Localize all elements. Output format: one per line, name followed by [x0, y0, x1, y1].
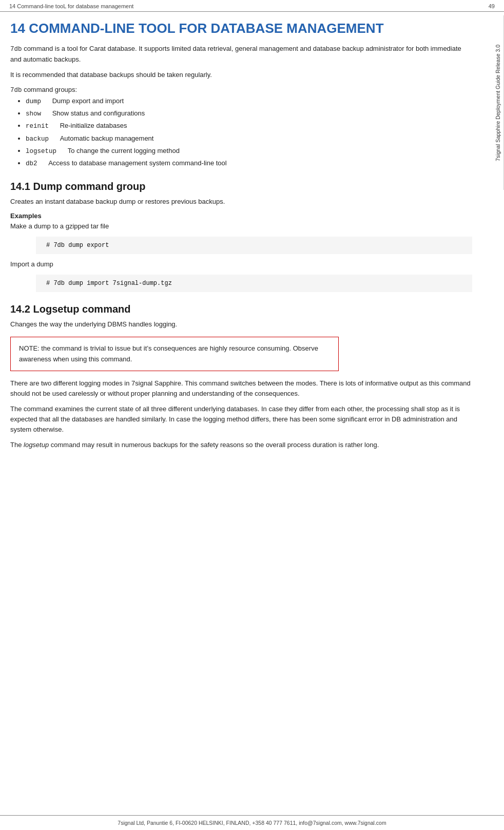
- list-item: reinit Re-initialize databases: [26, 121, 472, 131]
- logsetup-para3: The logsetup command may result in numer…: [10, 440, 472, 450]
- cmd-desc: To change the current logging method: [68, 147, 180, 155]
- list-item: dump Dump export and import: [26, 96, 472, 107]
- section-14-2-desc: Changes the way the underlying DBMS hand…: [10, 319, 472, 330]
- list-item: backup Automatic backup management: [26, 133, 472, 144]
- logsetup-para2: The command examines the current state o…: [10, 404, 472, 435]
- note-box: NOTE: the command is trivial to issue bu…: [10, 337, 339, 371]
- examples-label: Examples: [10, 212, 472, 220]
- list-item: db2 Access to database management system…: [26, 158, 472, 169]
- cmd-desc: Automatic backup management: [60, 134, 154, 142]
- cmd-desc: Access to database management system com…: [48, 159, 227, 167]
- cmd-code: db2: [26, 160, 37, 167]
- top-bar-left: 14 Command-line tooL for database manage…: [9, 3, 133, 9]
- logsetup-para1: There are two different logging modes in…: [10, 378, 472, 399]
- footer: 7signal Ltd, Panuntie 6, FI-00620 HELSIN…: [0, 815, 504, 830]
- cmd-code: dump: [26, 98, 41, 105]
- cmd-desc: Show status and configurations: [52, 109, 145, 117]
- section-14-1-desc: Creates an instant database backup dump …: [10, 197, 472, 207]
- cmd-list: dump Dump export and import show Show st…: [10, 96, 472, 169]
- page-wrapper: 14 Command-line tooL for database manage…: [0, 0, 504, 830]
- intro-para2: It is recommended that database backups …: [10, 70, 472, 80]
- intro-para1: 7db command is a tool for Carat database…: [10, 44, 472, 65]
- intro-code-7db: 7db: [10, 46, 22, 53]
- list-item: logsetup To change the current logging m…: [26, 146, 472, 157]
- cmd-code: backup: [26, 136, 49, 143]
- note-text: NOTE: the command is trivial to issue bu…: [19, 344, 318, 362]
- list-item: show Show status and configurations: [26, 108, 472, 119]
- cmd-groups-code: 7db: [10, 87, 22, 94]
- make-dump-text: Make a dump to a gzipped tar file: [10, 221, 472, 231]
- cmd-code: reinit: [26, 123, 49, 130]
- code-block-1: # 7db dump export: [36, 237, 472, 254]
- logsetup-italic: logsetup: [24, 441, 49, 449]
- top-bar-right: 49: [489, 3, 495, 9]
- page-title: 14 COMMAND-LINE TOOL FOR DATABASE MANAGE…: [10, 21, 472, 36]
- section-14-1-heading: 14.1 Dump command group: [10, 181, 472, 192]
- cmd-code: show: [26, 110, 41, 118]
- cmd-groups-intro: 7db command groups:: [10, 86, 472, 94]
- cmd-desc: Re-initialize databases: [60, 122, 127, 129]
- section-14-2-heading: 14.2 Logsetup command: [10, 303, 472, 315]
- cmd-code: logsetup: [26, 148, 56, 155]
- import-dump-text: Import a dump: [10, 259, 472, 269]
- code-block-2: # 7db dump import 7signal-dump.tgz: [36, 275, 472, 292]
- cmd-desc: Dump export and import: [52, 97, 124, 105]
- top-bar: 14 Command-line tooL for database manage…: [0, 0, 504, 12]
- side-label: 7signal Sapphire Deployment Guide Releas…: [493, 15, 504, 190]
- main-content: 14 COMMAND-LINE TOOL FOR DATABASE MANAGE…: [0, 12, 493, 815]
